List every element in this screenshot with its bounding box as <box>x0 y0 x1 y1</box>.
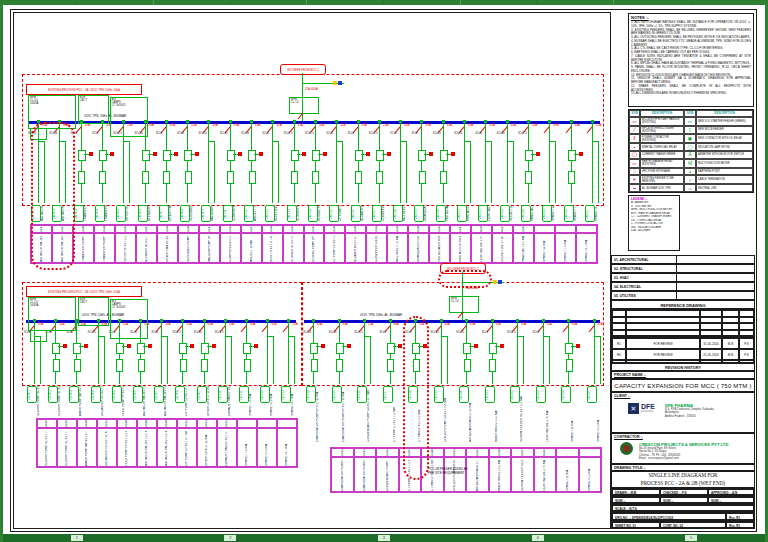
legend-description: NEW DOL STARTER FEEDER (GREEN) <box>696 117 753 126</box>
load-name: DECANTER DC-01 / 15 KW <box>105 431 108 466</box>
feeder-line-parallel <box>370 336 371 384</box>
legend-description: EARTHING POINT <box>696 168 753 176</box>
feeder-load-label: CONVEYOR CV-01 / 2.2 KW <box>382 205 385 221</box>
cable-size: 3Cx10 <box>453 449 456 456</box>
load-name: SPARE / 5.5 KW <box>588 460 591 491</box>
wire <box>442 336 447 337</box>
panel-title-pcc2a: EXISTING PROCESS PCC - 2A / 415V, TPN, 5… <box>26 84 142 95</box>
client-logo: ✕ <box>628 403 639 414</box>
load-cell: DRYER DR-01 / 11 KW <box>197 428 217 467</box>
feeder-rating: 16A <box>532 124 537 127</box>
feeder-rating: 25A <box>298 124 303 127</box>
cable-cell: - <box>534 225 555 233</box>
feeder-line <box>528 123 529 203</box>
load-tag-text: 2A-F18 <box>394 206 397 219</box>
load-cell: LIGHTING DB-1 / 6 KW <box>471 233 492 263</box>
legend-description: HRC FUSE WITH BASE <box>640 168 684 176</box>
legend-description: NEUTRAL LINK <box>696 184 753 192</box>
wire <box>465 141 470 142</box>
legend-description: AMMETER WITH SELECTOR SWITCH <box>696 151 753 159</box>
load-tag-text: 2B-F10 <box>219 387 222 400</box>
feeder-load-label: CONDENSATE PUMP CD-01 / 3.7 KW <box>367 386 370 442</box>
load-tag-text: 2B-F15 <box>333 387 336 400</box>
feeder-rating: 32A <box>85 124 90 127</box>
feeder-line <box>464 123 465 203</box>
wire <box>124 141 129 142</box>
discipline-label: 05. UTILITIES <box>612 292 677 299</box>
cable-size: - <box>265 420 268 427</box>
feeder-cable: 3Cx2.5 <box>354 331 363 334</box>
feeder-rating: 63A <box>317 323 322 326</box>
load-tag-text: 2B-F13 <box>282 387 285 400</box>
load-cell: BLENDER BL-01 / 11 KW <box>136 233 157 263</box>
feeder-load-label: AGITATOR RM-201 / 5.5 KW <box>143 386 146 416</box>
cable-size: 3Cx4 <box>431 449 434 456</box>
load-cell: CIP PUMP CP-01 / 3.7 KW <box>177 428 197 467</box>
cable-size: - <box>564 226 567 232</box>
panel-title-pcc2b: EXISTING PROCESS PCC - 2B / 415V, TPN, 5… <box>26 286 142 297</box>
feeder-line-parallel <box>278 141 279 203</box>
revision-cell: FOR REVIEW <box>626 349 700 360</box>
feeder-load-label: EVAPORATOR PUMP EP-01 / 11 KW <box>316 386 319 442</box>
feeder-line-parallel <box>129 141 130 203</box>
cable-size: - <box>245 420 248 427</box>
cable-cell: 4Cx10 <box>492 225 513 233</box>
discipline-label: 02. STRUCTURAL <box>612 265 677 272</box>
feeder-load-label: MIXER MX-01 / 5.5 KW <box>495 386 498 442</box>
capacitor-icon <box>244 359 251 372</box>
cable-cell: 3Cx10 <box>444 448 467 457</box>
feeder-line <box>571 123 572 203</box>
load-tag-text: 2B-F21 <box>486 387 489 400</box>
sign-row: SIGN :- SIGN :- SIGN :- <box>611 496 755 504</box>
sheet-no-field: SHEET NO. 01 <box>612 522 660 528</box>
load-cell: GRANULATOR GR-01 / 5.5 KW <box>408 233 429 263</box>
capacitor-icon <box>249 171 256 184</box>
revision-cell: P.S <box>739 338 754 349</box>
load-name: VACUUM PUMP VP-01 / 9.3 KW <box>208 236 211 262</box>
load-name: HOIST H-01 / 3.7 KW <box>270 236 273 262</box>
load-cell: AGITATOR RM-201 / 5.5 KW <box>137 428 157 467</box>
discipline-label: 04. ELECTRICAL <box>612 283 677 290</box>
cable-size: 3Cx4 <box>354 226 357 232</box>
feeder-line <box>225 322 226 384</box>
capacitor-icon <box>419 171 426 184</box>
capacitor-icon <box>568 171 575 184</box>
capacitor-icon <box>138 359 145 372</box>
feeder-cable: - <box>278 331 279 334</box>
capacitor-icon <box>355 171 362 184</box>
load-cell: SPARE / 11 KW <box>556 457 579 492</box>
reference-cell <box>612 330 626 337</box>
feeder-rating: 40A <box>404 124 409 127</box>
feeder-cable: 4Cx6 <box>475 132 482 135</box>
load-tag-text: 2A-F19 <box>415 206 418 219</box>
discipline-row: 01. ARCHITECTURAL <box>611 255 755 264</box>
abbreviation-item: ICA - INCOMER <box>631 229 677 233</box>
load-name: EVAPORATOR PUMP EP-02 / 11 KW <box>363 460 366 491</box>
revision-cell: P.S <box>739 349 754 360</box>
load-tag-text: 2A-F05 <box>117 206 120 219</box>
capacitor-icon <box>180 359 187 372</box>
feeder-rating: 16A <box>229 323 234 326</box>
feeder-load-label: SOCKET DB-1 / 10 KW <box>510 205 513 221</box>
reference-cell <box>722 330 739 337</box>
load-cell: EVAPORATOR PUMP EP-01 / 11 KW <box>331 457 354 492</box>
load-cell: DRYER FAN DF-01 / 7.5 KW <box>157 233 178 263</box>
load-cell: SPARE / 15 KW <box>534 233 555 263</box>
feeder-rating: 40A <box>170 124 175 127</box>
drg-no-row: DRG.NO. :- DFE/KKD/ELE/SLD/PCC/002 Rev. … <box>611 512 755 521</box>
load-name: BLOWER B-01 / 3.7 KW <box>354 236 357 262</box>
wire <box>486 141 491 142</box>
feeder-line <box>543 322 544 384</box>
contactor-icon <box>376 150 384 161</box>
legend-header: SYM <box>629 110 640 117</box>
contactor-icon <box>52 343 60 354</box>
feeder-line <box>251 123 252 203</box>
feeder-line-parallel <box>598 141 599 203</box>
load-tag-text: 2A-F17 <box>373 206 376 219</box>
overload-relay-icon <box>238 152 242 156</box>
feeder-cable: 3Cx2.5 <box>518 132 527 135</box>
load-cell: EVAPORATOR PUMP EP-02 / 11 KW <box>354 457 377 492</box>
capacitor-icon <box>566 359 573 372</box>
wire <box>99 336 104 337</box>
legend-description: CABLE TERMINATION <box>696 175 753 184</box>
